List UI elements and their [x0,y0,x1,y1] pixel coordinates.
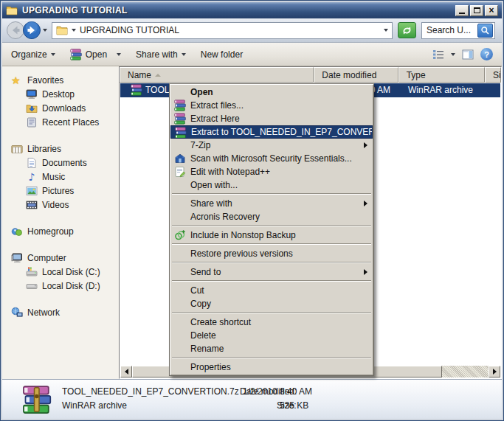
system-drive-icon [26,266,38,278]
file-type: WinRAR archive [408,85,473,95]
sidebar-item-label: Music [42,172,65,182]
address-bar: UPGRADING TUTORIAL Search U... [2,18,502,43]
sidebar-item-music[interactable]: ♪ Music [2,170,119,184]
submenu-arrow-icon [364,269,367,275]
minimize-button[interactable] [455,5,469,16]
column-header-name[interactable]: Name [120,67,314,83]
search-prompt: Search U... [427,25,477,35]
sidebar-item-local-disk-d[interactable]: Local Disk (D:) [2,279,119,293]
views-dropdown-icon[interactable] [451,53,455,56]
monitor-icon [26,88,38,100]
preview-pane-icon[interactable] [462,49,474,60]
menu-separator [172,193,371,195]
column-header-date-modified[interactable]: Date modified [314,67,398,83]
sidebar-item-desktop[interactable]: Desktop [2,87,119,101]
scroll-right-button[interactable] [489,366,500,377]
menu-item-7zip[interactable]: 7-Zip [170,139,373,152]
menu-item-scan-with-mse[interactable]: Scan with Microsoft Security Essentials.… [170,152,373,165]
organize-label: Organize [11,49,47,60]
sidebar-item-label: Network [27,307,60,318]
menu-item-copy[interactable]: Copy [170,297,373,310]
scroll-right-icon [493,369,497,375]
sidebar-item-network[interactable]: Network [2,305,119,319]
share-with-button[interactable]: Share with [136,49,186,60]
chevron-down-icon [182,53,186,56]
sidebar-item-label: Libraries [27,144,61,154]
menu-item-share-with[interactable]: Share with [170,197,373,210]
menu-item-restore-previous-versions[interactable]: Restore previous versions [170,247,373,260]
navigation-pane: ★ Favorites Desktop Downloads Recent Pla… [2,66,119,379]
search-button[interactable] [477,24,493,38]
nav-history-dropdown-icon[interactable] [43,29,47,32]
sidebar-item-favorites[interactable]: ★ Favorites [2,73,119,87]
sidebar-item-pictures[interactable]: Pictures [2,184,119,198]
open-label: Open [86,49,107,60]
new-folder-label: New folder [201,49,243,60]
menu-item-open[interactable]: Open [170,86,373,99]
forward-button[interactable] [22,21,41,40]
column-header-type[interactable]: Type [398,67,485,83]
breadcrumb-location[interactable]: UPGRADING TUTORIAL [80,25,179,35]
scrollbar-track[interactable] [442,366,489,377]
organize-button[interactable]: Organize [11,49,55,60]
winrar-icon [70,49,82,60]
sidebar-item-recent-places[interactable]: Recent Places [2,115,119,129]
menu-item-extract-to-folder[interactable]: Extract to TOOL_NEEDED_IN_EP7_CONVERTION… [170,125,373,139]
refresh-button[interactable] [398,22,416,38]
menu-item-include-in-nonstop-backup[interactable]: Include in Nonstop Backup [170,229,373,242]
window-title: UPGRADING TUTORIAL [22,5,128,15]
sidebar-item-videos[interactable]: Videos [2,198,119,212]
column-header-size[interactable]: Si [485,67,501,83]
sidebar-item-homegroup[interactable]: Homegroup [2,224,119,238]
menu-item-extract-files[interactable]: Extract files... [170,99,373,112]
winrar-icon [175,127,187,139]
breadcrumb[interactable]: UPGRADING TUTORIAL [52,22,393,39]
menu-item-properties[interactable]: Properties [170,361,373,374]
libraries-icon [11,143,23,155]
star-icon: ★ [11,74,23,86]
views-icon[interactable] [432,49,444,60]
sidebar-item-label: Recent Places [42,117,99,128]
menu-item-send-to[interactable]: Send to [170,265,373,279]
menu-separator [172,225,371,226]
document-icon [26,157,38,169]
menu-item-cut[interactable]: Cut [170,284,373,297]
open-button[interactable]: Open [70,49,121,60]
menu-item-create-shortcut[interactable]: Create shortcut [170,316,373,329]
search-input[interactable]: Search U... [421,22,495,39]
sidebar-item-label: Desktop [42,89,75,100]
sidebar-item-downloads[interactable]: Downloads [2,101,119,115]
sort-ascending-icon [155,74,161,77]
menu-item-open-with[interactable]: Open with... [170,178,373,192]
menu-separator [172,280,371,282]
refresh-icon [401,25,412,36]
address-history-dropdown-icon[interactable] [384,29,388,32]
music-note-icon: ♪ [26,171,38,183]
winrar-icon [174,113,186,125]
sidebar-item-computer[interactable]: Computer [2,251,119,265]
sidebar-item-local-disk-c[interactable]: Local Disk (C:) [2,265,119,279]
new-folder-button[interactable]: New folder [201,49,243,60]
menu-item-rename[interactable]: Rename [170,342,373,355]
menu-separator [172,243,371,245]
chevron-down-icon [117,53,121,56]
sidebar-item-documents[interactable]: Documents [2,156,119,170]
menu-item-extract-here[interactable]: Extract Here [170,112,373,125]
sidebar-item-label: Videos [42,200,69,210]
sidebar-item-label: Local Disk (C:) [42,267,100,277]
menu-item-edit-with-notepadpp[interactable]: Edit with Notepad++ [170,165,373,178]
menu-item-acronis-recovery[interactable]: Acronis Recovery [170,210,373,223]
breadcrumb-dropdown-icon[interactable] [72,29,76,32]
minimize-icon [459,13,465,14]
menu-item-delete[interactable]: Delete [170,329,373,342]
sidebar-item-libraries[interactable]: Libraries [2,142,119,156]
details-pane: TOOL_NEEDED_IN_EP7_CONVERTION.7z Date mo… [2,379,502,419]
help-button[interactable]: ? [480,48,493,60]
folder-icon [6,4,18,16]
close-button[interactable]: × [485,5,498,16]
maximize-button[interactable] [470,5,483,16]
winrar-icon-large [22,385,52,414]
magnifier-icon [480,26,490,35]
sidebar-item-label: Downloads [42,103,86,114]
scroll-left-button[interactable] [120,366,132,377]
